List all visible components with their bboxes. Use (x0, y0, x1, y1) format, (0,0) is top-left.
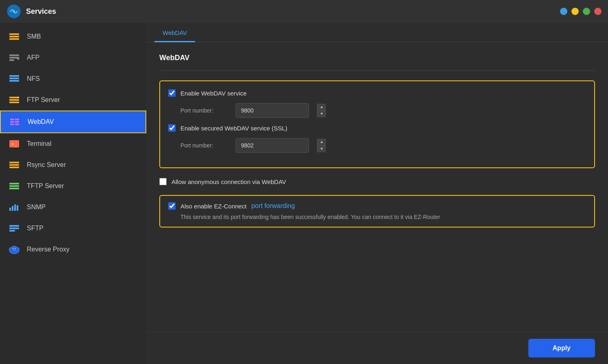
ez-connect-label-prefix: Also enable EZ-Connect (180, 203, 247, 210)
webdav-settings-box: Enable WebDAV service Port number: ▲ ▼ (159, 80, 595, 168)
svg-rect-34 (9, 228, 19, 229)
svg-rect-10 (9, 80, 19, 82)
svg-rect-20 (15, 124, 19, 125)
svg-rect-4 (9, 38, 19, 40)
snmp-icon (8, 202, 20, 212)
ez-connect-description: This service and its port forwarding has… (168, 214, 586, 220)
svg-rect-33 (9, 225, 19, 227)
tftp-icon (8, 181, 20, 191)
sidebar-label-reverseproxy: Reverse Proxy (27, 246, 69, 253)
port-forwarding-link[interactable]: port forwarding (252, 202, 295, 210)
svg-rect-19 (10, 124, 14, 125)
app-logo (7, 4, 21, 19)
enable-webdav-checkbox[interactable] (168, 89, 176, 97)
apply-button[interactable]: Apply (528, 339, 595, 358)
sidebar-item-reverseproxy[interactable]: 🛡 Reverse Proxy (0, 239, 146, 260)
main-layout: SMB AFP NFS FTP Server WebDAV (0, 23, 608, 364)
sftp-icon (8, 223, 20, 233)
window-controls (560, 8, 601, 15)
sidebar-label-terminal: Terminal (27, 140, 51, 147)
enable-webdav-label: Enable WebDAV service (180, 90, 247, 97)
webdav-port-row: Port number: ▲ ▼ (168, 103, 586, 118)
tab-bar: WebDAV (146, 23, 608, 42)
sidebar-item-rsync[interactable]: Rsync Server (0, 154, 146, 176)
sidebar-item-snmp[interactable]: SNMP (0, 197, 146, 218)
ez-connect-row: Also enable EZ-Connect port forwarding (168, 202, 586, 210)
webdav-port-increment[interactable]: ▲ (317, 104, 326, 111)
svg-rect-24 (9, 164, 19, 166)
enable-ssl-row: Enable secured WebDAV service (SSL) (168, 124, 586, 132)
ssl-port-row: Port number: ▲ ▼ (168, 138, 586, 153)
sidebar-item-ftp[interactable]: FTP Server (0, 89, 146, 110)
svg-rect-29 (9, 208, 11, 211)
sidebar-label-smb: SMB (27, 33, 41, 40)
svg-text:🛡: 🛡 (13, 247, 16, 251)
ssl-port-increment[interactable]: ▲ (317, 139, 326, 146)
sidebar-item-terminal[interactable]: >_ Terminal (0, 133, 146, 154)
ssl-port-label: Port number: (180, 142, 229, 149)
webdav-port-label: Port number: (180, 107, 229, 114)
section-title: WebDAV (159, 54, 595, 62)
webdav-icon (9, 117, 21, 127)
ssl-port-decrement[interactable]: ▼ (317, 146, 326, 153)
anon-checkbox[interactable] (159, 178, 167, 185)
close-button[interactable] (594, 8, 601, 15)
ssl-spinner-buttons: ▲ ▼ (317, 139, 326, 152)
sidebar-item-nfs[interactable]: NFS (0, 68, 146, 89)
svg-rect-32 (17, 205, 18, 211)
svg-rect-7 (9, 59, 14, 61)
svg-rect-16 (15, 119, 19, 120)
anon-label: Allow anonymous connection via WebDAV (172, 178, 286, 185)
svg-rect-5 (9, 54, 19, 56)
svg-rect-27 (9, 185, 19, 187)
content-area: WebDAV WebDAV Enable WebDAV service Port… (146, 23, 608, 364)
ez-connect-checkbox[interactable] (168, 202, 176, 210)
content-body: WebDAV Enable WebDAV service Port number… (146, 42, 608, 332)
svg-point-1 (13, 10, 15, 13)
svg-rect-17 (10, 121, 14, 123)
sidebar-item-tftp[interactable]: TFTP Server (0, 176, 146, 197)
ssl-port-input[interactable] (236, 142, 317, 149)
svg-rect-18 (15, 121, 19, 123)
sidebar-item-sftp[interactable]: SFTP (0, 218, 146, 239)
smb-icon (8, 32, 20, 41)
svg-rect-23 (9, 162, 19, 163)
svg-rect-25 (9, 167, 19, 168)
sidebar-label-tftp: TFTP Server (27, 182, 64, 190)
svg-rect-15 (10, 119, 14, 120)
webdav-spinner-buttons: ▲ ▼ (317, 104, 326, 117)
titlebar: Services (0, 0, 608, 23)
maximize-button[interactable] (571, 8, 579, 15)
webdav-port-spinner[interactable]: ▲ ▼ (236, 103, 309, 118)
sidebar-label-webdav: WebDAV (28, 118, 54, 126)
sidebar: SMB AFP NFS FTP Server WebDAV (0, 23, 146, 364)
webdav-port-decrement[interactable]: ▼ (317, 111, 326, 118)
section-divider (159, 70, 595, 71)
terminal-icon: >_ (8, 139, 20, 149)
enable-ssl-checkbox[interactable] (168, 124, 176, 132)
sidebar-label-afp: AFP (27, 54, 39, 61)
sidebar-item-webdav[interactable]: WebDAV (0, 110, 146, 133)
restore-button[interactable] (583, 8, 590, 15)
svg-rect-26 (9, 183, 19, 184)
minimize-button[interactable] (560, 8, 567, 15)
sidebar-label-sftp: SFTP (27, 225, 43, 232)
ssl-port-spinner[interactable]: ▲ ▼ (236, 138, 309, 153)
tab-webdav[interactable]: WebDAV (154, 23, 195, 42)
sidebar-item-afp[interactable]: AFP (0, 47, 146, 68)
svg-rect-13 (9, 102, 19, 103)
rsync-icon (8, 160, 20, 170)
webdav-port-input[interactable] (236, 107, 317, 114)
svg-rect-31 (14, 204, 16, 211)
app-title: Services (26, 7, 560, 16)
sidebar-label-nfs: NFS (27, 75, 40, 82)
reverseproxy-icon: 🛡 (8, 245, 20, 254)
sidebar-item-smb[interactable]: SMB (0, 26, 146, 47)
nfs-icon (8, 74, 20, 84)
svg-rect-28 (9, 188, 19, 189)
sidebar-label-ftp: FTP Server (27, 96, 60, 104)
afp-icon (8, 53, 20, 63)
sidebar-label-snmp: SNMP (27, 204, 46, 211)
enable-webdav-row: Enable WebDAV service (168, 89, 586, 97)
anon-row: Allow anonymous connection via WebDAV (159, 176, 595, 187)
